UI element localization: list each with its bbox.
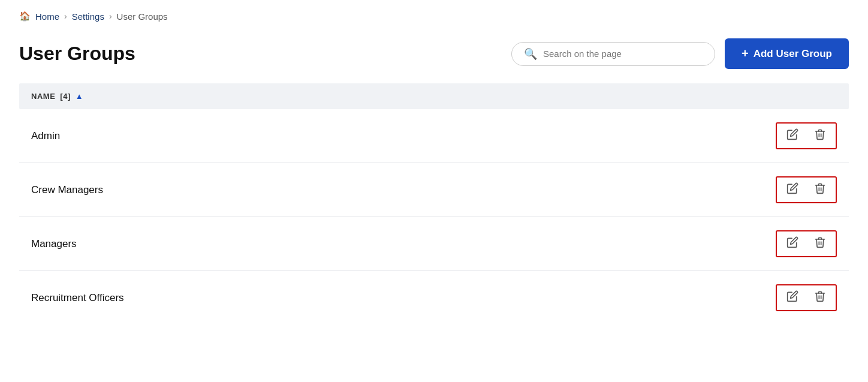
row-actions <box>776 230 837 257</box>
header-actions: 🔍 + Add User Group <box>511 38 849 69</box>
column-count-label: [4] <box>60 92 70 101</box>
table-body: Admin Crew Managers <box>19 109 849 324</box>
row-name: Managers <box>31 238 77 250</box>
row-actions <box>776 176 837 203</box>
row-name: Recruitment Officers <box>31 292 124 304</box>
delete-button[interactable] <box>812 181 828 198</box>
row-actions <box>776 284 837 311</box>
breadcrumb-current: User Groups <box>117 11 168 22</box>
breadcrumb-home[interactable]: Home <box>35 11 59 22</box>
table-row: Admin <box>19 109 849 163</box>
edit-button[interactable] <box>784 181 801 198</box>
breadcrumb-settings[interactable]: Settings <box>72 11 104 22</box>
table-row: Crew Managers <box>19 163 849 217</box>
table-row: Managers <box>19 217 849 271</box>
delete-button[interactable] <box>812 127 828 145</box>
edit-button[interactable] <box>784 235 801 252</box>
add-button-label: Add User Group <box>754 48 832 60</box>
delete-button[interactable] <box>812 235 828 252</box>
breadcrumb-sep-2: › <box>109 11 112 21</box>
delete-button[interactable] <box>812 289 828 306</box>
plus-icon: + <box>742 47 749 61</box>
breadcrumb: 🏠 Home › Settings › User Groups <box>0 0 868 28</box>
add-user-group-button[interactable]: + Add User Group <box>725 38 849 69</box>
search-box[interactable]: 🔍 <box>511 42 715 66</box>
page-header: User Groups 🔍 + Add User Group <box>0 28 868 83</box>
column-name-label: NAME <box>31 92 55 101</box>
user-groups-table: NAME [4] ▲ Admin Crew Managers <box>0 83 868 324</box>
row-name: Crew Managers <box>31 184 103 196</box>
home-icon: 🏠 <box>19 11 31 22</box>
table-row: Recruitment Officers <box>19 271 849 324</box>
row-actions <box>776 122 837 149</box>
row-name: Admin <box>31 130 60 142</box>
breadcrumb-sep-1: › <box>64 11 67 21</box>
edit-button[interactable] <box>784 289 801 306</box>
sort-arrow-icon[interactable]: ▲ <box>76 92 83 101</box>
page-title: User Groups <box>19 43 135 65</box>
edit-button[interactable] <box>784 127 801 145</box>
search-input[interactable] <box>543 49 703 59</box>
search-icon: 🔍 <box>524 47 537 61</box>
table-header-row: NAME [4] ▲ <box>19 83 849 109</box>
